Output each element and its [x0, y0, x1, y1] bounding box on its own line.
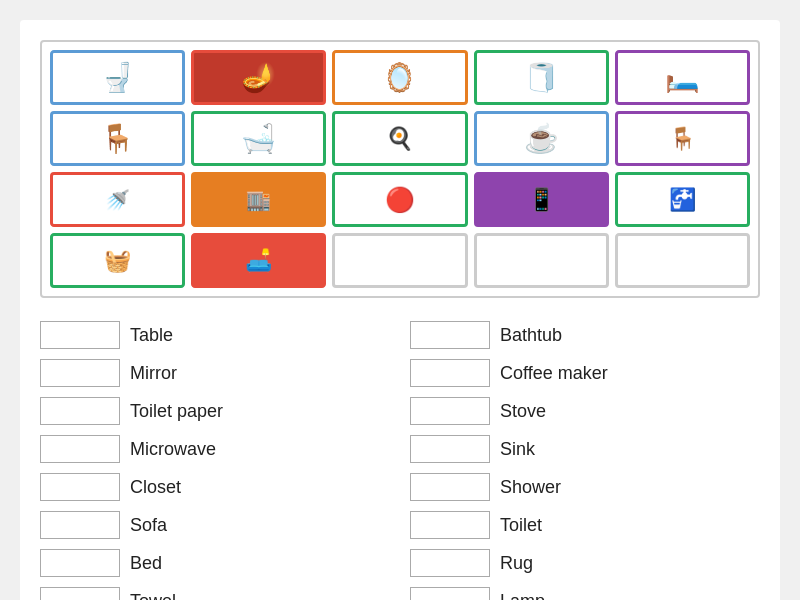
answer-box-table[interactable]: [40, 321, 120, 349]
word-label: Microwave: [130, 439, 216, 460]
word-item: Microwave: [40, 432, 390, 466]
grid-cell: ☕: [474, 111, 609, 166]
word-item: Lamp: [410, 584, 760, 600]
grid-cell: 🛁: [191, 111, 326, 166]
grid-cell: 🛋️: [191, 233, 326, 288]
answer-box-toilet-paper[interactable]: [40, 397, 120, 425]
grid-cell: [474, 233, 609, 288]
grid-cell: 🔴: [332, 172, 467, 227]
word-label: Stove: [500, 401, 546, 422]
answer-box-stove[interactable]: [410, 397, 490, 425]
right-word-column: Bathtub Coffee maker Stove Sink Shower T…: [410, 318, 760, 600]
word-item: Bed: [40, 546, 390, 580]
word-label: Toilet: [500, 515, 542, 536]
image-grid: 🚽 🪔 🪞 🧻 🛏️ 🪑 🛁 🍳 ☕ 🪑 🚿 🏬 🔴 📱 🚰 🧺 🛋️: [40, 40, 760, 298]
grid-cell: 🧻: [474, 50, 609, 105]
word-item: Stove: [410, 394, 760, 428]
word-label: Closet: [130, 477, 181, 498]
word-label: Sink: [500, 439, 535, 460]
word-item: Coffee maker: [410, 356, 760, 390]
word-item: Shower: [410, 470, 760, 504]
word-item: Towel: [40, 584, 390, 600]
word-item: Rug: [410, 546, 760, 580]
grid-cell: [615, 233, 750, 288]
word-label: Mirror: [130, 363, 177, 384]
grid-cell: 🪞: [332, 50, 467, 105]
word-label: Bathtub: [500, 325, 562, 346]
word-label: Shower: [500, 477, 561, 498]
word-item: Toilet: [410, 508, 760, 542]
grid-cell: 🪑: [615, 111, 750, 166]
grid-cell: 📱: [474, 172, 609, 227]
word-label: Coffee maker: [500, 363, 608, 384]
grid-cell: 🚰: [615, 172, 750, 227]
word-item: Sink: [410, 432, 760, 466]
word-item: Closet: [40, 470, 390, 504]
word-label: Towel: [130, 591, 176, 601]
grid-cell: 🛏️: [615, 50, 750, 105]
word-label: Lamp: [500, 591, 545, 601]
grid-cell: 🪔: [191, 50, 326, 105]
answer-box-bed[interactable]: [40, 549, 120, 577]
answer-box-sink[interactable]: [410, 435, 490, 463]
answer-box-towel[interactable]: [40, 587, 120, 600]
grid-cell: 🚿: [50, 172, 185, 227]
grid-cell: 🏬: [191, 172, 326, 227]
word-label: Table: [130, 325, 173, 346]
page-container: 🚽 🪔 🪞 🧻 🛏️ 🪑 🛁 🍳 ☕ 🪑 🚿 🏬 🔴 📱 🚰 🧺 🛋️ Tabl…: [20, 20, 780, 600]
grid-cell: 🚽: [50, 50, 185, 105]
answer-box-shower[interactable]: [410, 473, 490, 501]
word-label: Bed: [130, 553, 162, 574]
answer-box-toilet[interactable]: [410, 511, 490, 539]
grid-cell: 🧺: [50, 233, 185, 288]
answer-box-rug[interactable]: [410, 549, 490, 577]
answer-box-microwave[interactable]: [40, 435, 120, 463]
answer-box-coffee-maker[interactable]: [410, 359, 490, 387]
word-list-container: Table Mirror Toilet paper Microwave Clos…: [40, 318, 760, 600]
word-item: Table: [40, 318, 390, 352]
word-item: Sofa: [40, 508, 390, 542]
left-word-column: Table Mirror Toilet paper Microwave Clos…: [40, 318, 390, 600]
word-item: Toilet paper: [40, 394, 390, 428]
answer-box-mirror[interactable]: [40, 359, 120, 387]
grid-cell: 🪑: [50, 111, 185, 166]
answer-box-closet[interactable]: [40, 473, 120, 501]
word-item: Mirror: [40, 356, 390, 390]
word-label: Toilet paper: [130, 401, 223, 422]
word-item: Bathtub: [410, 318, 760, 352]
answer-box-lamp[interactable]: [410, 587, 490, 600]
word-label: Rug: [500, 553, 533, 574]
grid-cell: 🍳: [332, 111, 467, 166]
answer-box-sofa[interactable]: [40, 511, 120, 539]
answer-box-bathtub[interactable]: [410, 321, 490, 349]
word-label: Sofa: [130, 515, 167, 536]
grid-cell: [332, 233, 467, 288]
